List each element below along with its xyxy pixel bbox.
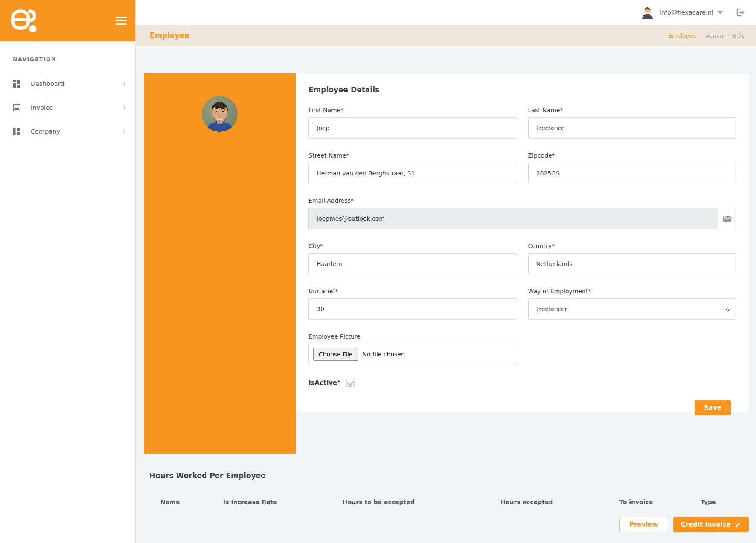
- last-name-field[interactable]: [528, 117, 737, 139]
- zipcode-field[interactable]: [528, 163, 737, 184]
- brand-logo-icon: [8, 6, 39, 35]
- email-addon: [718, 208, 736, 229]
- hours-table-header: Name Is Increase Rate Hours to be accept…: [144, 499, 749, 505]
- caret-down-icon: [718, 11, 723, 14]
- user-email: info@flexacare.nl: [660, 9, 713, 16]
- first-name-label: First Name*: [308, 107, 517, 114]
- breadcrumb-item-employee[interactable]: Employee: [669, 32, 696, 39]
- choose-file-button[interactable]: Choose File: [313, 348, 358, 361]
- street-name-field[interactable]: [308, 163, 517, 184]
- company-icon: [13, 128, 20, 135]
- zipcode-label: Zipcode*: [528, 152, 737, 159]
- isactive-label: IsActive*: [308, 379, 340, 387]
- menu-toggle-icon[interactable]: [116, 15, 127, 27]
- sidebar-item-invoice[interactable]: Invoice: [0, 96, 135, 120]
- user-menu[interactable]: info@flexacare.nl: [641, 6, 723, 19]
- column-is-increase-rate: Is Increase Rate: [223, 499, 343, 505]
- country-label: Country*: [528, 242, 737, 249]
- credit-invoice-button[interactable]: Credit Invoice: [673, 517, 749, 532]
- hours-actions: Preview Credit Invoice: [144, 517, 749, 532]
- envelope-icon: [723, 216, 731, 222]
- employee-photo: [202, 96, 238, 132]
- chevron-right-icon: [122, 81, 127, 86]
- dashboard-icon: [13, 80, 20, 88]
- column-hours-accepted: Hours accepted: [500, 499, 619, 505]
- pencil-icon: [735, 522, 741, 528]
- file-status: No file chosen: [363, 351, 405, 358]
- street-name-label: Street Name*: [308, 152, 517, 159]
- sidebar-item-dashboard[interactable]: Dashboard: [0, 72, 135, 96]
- column-name: Name: [144, 499, 223, 505]
- chevron-right-icon: [122, 105, 127, 110]
- employee-photo-panel: [144, 73, 296, 454]
- page-titlebar: Employee Employee – Admin – Edit: [136, 25, 756, 46]
- preview-button[interactable]: Preview: [619, 517, 668, 532]
- topbar: info@flexacare.nl: [136, 0, 756, 25]
- country-field[interactable]: [528, 253, 737, 274]
- brand-header: [0, 0, 135, 41]
- first-name-field[interactable]: [308, 117, 517, 139]
- breadcrumb-separator: –: [699, 32, 702, 39]
- isactive-checkbox[interactable]: [346, 379, 355, 387]
- user-avatar-icon: [641, 6, 654, 19]
- breadcrumb-separator: –: [727, 32, 730, 39]
- page: NAVIGATION Dashboard Invoice: [0, 0, 756, 543]
- logout-icon[interactable]: [736, 7, 746, 18]
- employee-picture-input: Choose File No file chosen: [308, 344, 517, 365]
- employment-select[interactable]: Freelancer: [528, 298, 737, 320]
- main-area: info@flexacare.nl Employee Employee – Ad…: [136, 0, 756, 543]
- form-title: Employee Details: [308, 85, 736, 94]
- credit-invoice-label: Credit Invoice: [681, 521, 731, 528]
- uurtarief-label: Uurtarief*: [308, 288, 517, 295]
- employee-picture-label: Employee Picture: [308, 333, 517, 340]
- employee-card: Employee Details First Name* Last Name*: [144, 73, 749, 454]
- breadcrumb-item-admin: Admin: [706, 32, 723, 39]
- page-title: Employee: [150, 31, 189, 40]
- chevron-right-icon: [122, 129, 127, 134]
- sidebar-item-label: Dashboard: [31, 80, 122, 87]
- last-name-label: Last Name*: [528, 107, 737, 114]
- sidebar-item-label: Company: [31, 128, 122, 135]
- column-to-invoice: To invoice: [619, 499, 701, 505]
- content: Employee Details First Name* Last Name*: [136, 46, 756, 543]
- sidebar-item-company[interactable]: Company: [0, 120, 135, 143]
- sidebar-item-label: Invoice: [31, 104, 122, 111]
- breadcrumb-item-edit: Edit: [733, 32, 744, 39]
- employment-label: Way of Employment*: [528, 288, 737, 295]
- invoice-icon: [13, 104, 20, 111]
- city-label: City*: [308, 242, 517, 249]
- email-field: [308, 208, 718, 229]
- sidebar: NAVIGATION Dashboard Invoice: [0, 0, 136, 543]
- nav-heading: NAVIGATION: [13, 56, 135, 62]
- city-field[interactable]: [308, 253, 517, 274]
- employee-details-form: Employee Details First Name* Last Name*: [296, 73, 749, 412]
- hours-section-title: Hours Worked Per Employee: [149, 471, 749, 480]
- nav-list: Dashboard Invoice Company: [0, 72, 135, 143]
- breadcrumb: Employee – Admin – Edit: [669, 32, 744, 39]
- column-hours-to-be-accepted: Hours to be accepted: [343, 499, 500, 505]
- uurtarief-field[interactable]: [308, 298, 517, 320]
- email-label: Email Address*: [308, 197, 736, 204]
- save-button[interactable]: Save: [695, 400, 731, 415]
- column-type: Type: [701, 499, 749, 505]
